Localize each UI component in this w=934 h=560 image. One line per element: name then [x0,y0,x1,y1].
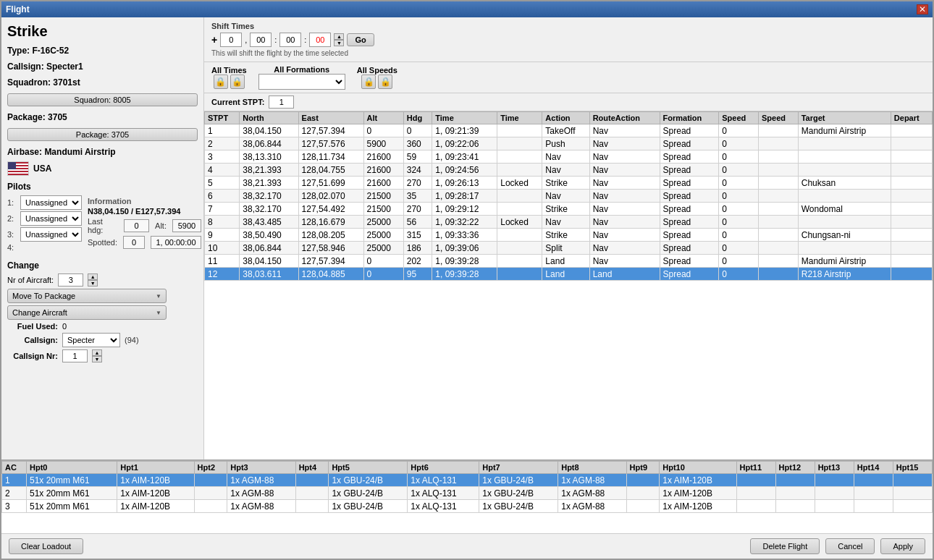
all-formations-select[interactable]: Spread Fluid [258,74,345,90]
wp-cell-time: 1, 09:22:06 [432,137,497,150]
pilot-2-select[interactable]: Unassigned [20,211,82,226]
wp-cell-north: 38,32.170 [240,203,298,216]
table-row[interactable]: 1238,03.611128,04.8850951, 09:39:28LandL… [205,268,933,281]
lt-cell-hpt8: 1x AGM-88 [558,500,626,513]
clear-loadout-button[interactable]: Clear Loadout [9,538,83,554]
all-speeds-lock-1[interactable]: 🔒 [361,75,376,89]
loadout-table-container[interactable]: AC Hpt0 Hpt1 Hpt2 Hpt3 Hpt4 Hpt5 Hpt6 Hp… [1,461,933,533]
nr-up-button[interactable]: ▲ [88,273,98,280]
apply-button[interactable]: Apply [880,538,925,554]
table-row[interactable]: 138,04.150127,57.394001, 09:21:39TakeOff… [205,124,933,137]
table-row[interactable]: 838,43.485128,16.67925000561, 09:32:22Lo… [205,216,933,229]
close-button[interactable]: ✕ [917,4,928,14]
wp-cell-stpt: 11 [205,255,240,268]
wp-cell-route: Nav [589,137,660,150]
lt-cell-hpt14 [854,487,893,500]
move-package-button[interactable]: Move To Package ▼ [7,289,167,303]
change-section: Change Nr of Aircraft: ▲ ▼ Move To Packa… [7,260,198,365]
callsign-nr-input[interactable] [62,349,88,362]
alt-input[interactable] [172,219,201,232]
table-row[interactable]: 238,06.844127,57.57659003601, 09:22:06Pu… [205,137,933,150]
pilot-3-select[interactable]: Unassigned [20,227,82,242]
wp-cell-formation: Spread [660,177,719,190]
table-row[interactable]: 638,32.170128,02.07021500351, 09:28:17Na… [205,190,933,203]
wp-cell-east: 128,04.885 [298,268,363,281]
shift-time-2[interactable] [250,33,272,47]
spotted-input[interactable] [123,236,145,249]
pilot-1-select[interactable]: Unassigned [20,195,82,210]
shift-time-down-button[interactable]: ▼ [334,40,344,46]
shift-time-3[interactable] [279,33,301,47]
lt-cell-hpt11 [736,500,775,513]
change-aircraft-button[interactable]: Change Aircraft ▼ [7,305,167,320]
shift-time-1[interactable] [220,33,242,47]
go-button[interactable]: Go [347,33,374,46]
delete-flight-button[interactable]: Delete Flight [750,538,820,554]
wp-cell-hdg: 35 [403,190,432,203]
last-hdg-input[interactable] [124,219,149,232]
callsign-nr-up-button[interactable]: ▲ [92,349,102,356]
footer-right: Delete Flight Cancel Apply [750,538,925,554]
callsign-select[interactable]: Specter [62,333,120,347]
lt-cell-hpt0: 51x 20mm M61 [27,500,117,513]
waypoint-table-container[interactable]: STPT North East Alt Hdg Time Time Action… [204,111,933,459]
lt-cell-hpt1: 1x AIM-120B [117,474,194,487]
shift-time-up-button[interactable]: ▲ [334,33,344,40]
wp-col-north: North [240,112,298,124]
wp-cell-hdg: 59 [403,150,432,164]
alt-label: Alt: [155,221,167,230]
wp-cell-alt: 25000 [363,229,403,242]
wp-cell-route: Nav [589,242,660,255]
callsign-row: Callsign: Specter (94) [7,333,198,347]
table-row[interactable]: 438,21.393128,04.755216003241, 09:24:56N… [205,164,933,177]
lt-cell-hpt2 [194,487,227,500]
all-times-lock-2[interactable]: 🔒 [230,75,245,89]
lt-cell-hpt12 [775,500,815,513]
table-row[interactable]: 1138,04.150127,57.39402021, 09:39:28Land… [205,255,933,268]
table-row[interactable]: 938,50.490128,08.205250003151, 09:33:36S… [205,229,933,242]
wp-cell-east: 128,16.679 [298,216,363,229]
package-badge-button[interactable]: Package: 3705 [7,128,198,141]
wp-cell-route: Nav [589,216,660,229]
list-item[interactable]: 151x 20mm M611x AIM-120B1x AGM-881x GBU-… [2,474,933,487]
table-row[interactable]: 338,13.310128,11.73421600591, 09:23:41Na… [205,150,933,164]
spotted-time-input[interactable] [151,236,201,249]
nr-down-button[interactable]: ▼ [88,280,98,287]
lt-cell-hpt15 [893,487,932,500]
wp-cell-action: Strike [542,203,589,216]
wp-cell-speed1: 0 [719,255,759,268]
wp-cell-speed1: 0 [719,229,759,242]
wp-col-time: Time [432,112,497,124]
wp-cell-time2 [497,242,542,255]
all-speeds-lock-2[interactable]: 🔒 [378,75,392,89]
wp-cell-formation: Spread [660,124,719,137]
wp-cell-north: 38,06.844 [240,137,298,150]
list-item[interactable]: 351x 20mm M611x AIM-120B1x AGM-881x GBU-… [2,500,933,513]
callsign-nr-down-button[interactable]: ▼ [92,356,102,362]
wp-cell-time: 1, 09:29:12 [432,203,497,216]
pilots-label: Pilots [7,182,198,192]
wp-cell-hdg: 0 [403,124,432,137]
titlebar: Flight ✕ [1,1,933,17]
lt-col-hpt4: Hpt4 [295,462,329,474]
shift-time-4[interactable] [309,33,331,47]
wp-cell-target [798,164,891,177]
table-row[interactable]: 538,21.393127,51.699216002701, 09:26:13L… [205,177,933,190]
cancel-button[interactable]: Cancel [825,538,875,554]
list-item[interactable]: 251x 20mm M611x AIM-120B1x AGM-881x GBU-… [2,487,933,500]
wp-cell-speed2 [759,164,799,177]
table-row[interactable]: 1038,06.844127,58.946250001861, 09:39:06… [205,242,933,255]
all-times-lock-1[interactable]: 🔒 [214,75,228,89]
wp-cell-hdg: 315 [403,229,432,242]
wp-cell-alt: 25000 [363,242,403,255]
right-panel: Shift Times + , : : ▲ ▼ [204,17,933,459]
squadron-badge-button[interactable]: Squadron: 8005 [7,93,198,106]
lt-cell-hpt5: 1x GBU-24/B [329,474,408,487]
current-stpt-input[interactable] [269,96,294,109]
lt-col-hpt7: Hpt7 [479,462,558,474]
lt-cell-hpt9 [626,474,660,487]
wp-cell-east: 128,04.755 [298,164,363,177]
table-row[interactable]: 738,32.170127,54.492215002701, 09:29:12S… [205,203,933,216]
lt-col-hpt12: Hpt12 [775,462,815,474]
nr-aircraft-input[interactable] [58,273,83,287]
